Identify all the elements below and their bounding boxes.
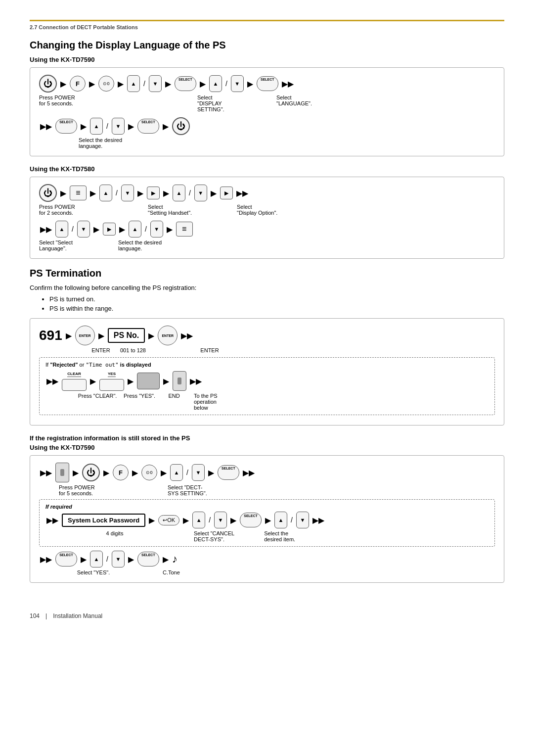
ps-list-item-2: PS is within the range. — [49, 305, 504, 312]
press-yes-label: Press "YES". — [120, 393, 159, 399]
nav7580-up-3[interactable]: ▲ — [55, 221, 68, 237]
kx-td7590-diagram: ⏻ ▶ F ▶ ⊙0 ▶ ▲ / ▼ ▶ SELECT — [30, 67, 504, 156]
double-arrow-1: ▶▶ — [282, 79, 294, 89]
ok-btn[interactable]: ↩OK — [158, 515, 179, 525]
slash7580-1: / — [116, 189, 118, 197]
power-button[interactable]: ⏻ — [39, 75, 57, 93]
enter-label-2: ENTER — [192, 347, 227, 353]
nav7580-down-4[interactable]: ▼ — [150, 221, 163, 237]
power-button-7580[interactable]: ⏻ — [39, 184, 57, 202]
select-display-label: Select — [197, 94, 247, 100]
minus0-key-reg[interactable]: ⊙0 — [141, 465, 157, 480]
arrow2: ▶ — [89, 79, 95, 89]
double-arrow-reg-4: ▶▶ — [312, 516, 324, 525]
f-key[interactable]: F — [70, 76, 86, 92]
ps-no-text: PS No. — [114, 331, 139, 340]
nav-reg-up-2[interactable]: ▲ — [192, 512, 205, 528]
play-btn-7580[interactable]: ▶ — [147, 187, 160, 199]
arrow3: ▶ — [118, 79, 124, 89]
rejected-row: ▶▶ CLEAR ▶ YES ▶ ▶ — [45, 371, 489, 391]
nav-reg-down-3[interactable]: ▼ — [296, 512, 309, 528]
nav7580-down-2[interactable]: ▼ — [194, 185, 207, 201]
press-power-label: Press POWER — [39, 94, 84, 100]
power-btn-reg[interactable]: ⏻ — [82, 464, 100, 481]
registration-stored-diagram: ▶▶ ▶ ⏻ ▶ F ▶ ⊙0 ▶ ▲ / ▼ — [30, 455, 504, 583]
end-box — [137, 373, 160, 389]
select-btn-1[interactable]: SELECT — [175, 76, 196, 91]
arrow-clear: ▶ — [90, 377, 96, 386]
slash3: / — [106, 122, 108, 130]
clear-key-wrap: CLEAR — [62, 372, 87, 391]
setting-handset-7580: "Setting Handset". — [148, 210, 207, 216]
handset-shape-reg — [60, 469, 64, 476]
minus0-key[interactable]: ⊙0 — [98, 76, 114, 92]
ps-no-label: PS No. — [108, 328, 145, 343]
double-arrow-ps: ▶▶ — [190, 377, 202, 386]
enter-btn-2[interactable]: ENTER — [158, 326, 178, 345]
arrow-yes: ▶ — [128, 377, 134, 386]
nav-reg-up-3[interactable]: ▲ — [274, 512, 287, 528]
select-btn-2[interactable]: SELECT — [257, 76, 278, 91]
nav7580-up[interactable]: ▲ — [99, 185, 112, 201]
arrow7580-3: ▶ — [137, 189, 143, 198]
select-btn-reg-3[interactable]: SELECT — [55, 552, 77, 567]
play-btn-7580-2[interactable]: ▶ — [220, 187, 233, 199]
press-power-7580: Press POWER — [39, 204, 84, 210]
end-power-icon: ⏻ — [177, 121, 185, 132]
select-btn-4[interactable]: SELECT — [137, 119, 159, 134]
select-btn-3[interactable]: SELECT — [55, 119, 77, 134]
play-btn-7580-3[interactable]: ▶ — [103, 223, 116, 236]
nav-down-2[interactable]: ▼ — [231, 75, 244, 92]
arrow-reg-6: ▶ — [149, 516, 155, 525]
select-btn-reg-4[interactable]: SELECT — [137, 552, 159, 567]
press-clear-label: Press "CLEAR". — [75, 393, 120, 399]
select-btn-reg-2[interactable]: SELECT — [240, 513, 262, 527]
nav7580-down-3[interactable]: ▼ — [77, 221, 90, 237]
menu-btn-7580[interactable]: ≡ — [70, 186, 87, 200]
page: 2.7 Connection of DECT Portable Stations… — [0, 0, 534, 756]
slash-reg-1: / — [186, 469, 188, 476]
arrow5: ▶ — [200, 79, 206, 89]
f-key-reg[interactable]: F — [113, 465, 129, 480]
arrow7580-5: ▶ — [211, 189, 217, 198]
nav-reg-down[interactable]: ▼ — [192, 464, 205, 481]
menu-btn-7580-2[interactable]: ≡ — [176, 222, 193, 236]
nav-reg-up-4[interactable]: ▲ — [90, 551, 103, 567]
display-option-7580: "Display Option". — [237, 210, 286, 216]
reg-row3: ▶▶ SELECT ▶ ▲ / ▼ ▶ SELECT ▶ — [39, 551, 495, 567]
nav7580-up-2[interactable]: ▲ — [173, 185, 185, 201]
nav-up-2[interactable]: ▲ — [209, 75, 222, 92]
arrow7: ▶ — [81, 122, 87, 131]
end-power-button[interactable]: ⏻ — [172, 117, 190, 135]
enter-label-1: ENTER — [84, 347, 118, 353]
select-select-language: Select "Select — [39, 239, 79, 245]
nav-reg-up[interactable]: ▲ — [170, 464, 183, 481]
select-btn-reg-1[interactable]: SELECT — [218, 465, 239, 480]
arrow4: ▶ — [165, 79, 171, 89]
kx-td7590-row1: ⏻ ▶ F ▶ ⊙0 ▶ ▲ / ▼ ▶ SELECT — [39, 75, 495, 93]
ps-termination-row1: 691 ▶ ENTER ▶ PS No. ▶ ENTER ▶▶ — [39, 326, 495, 345]
slash2: / — [225, 80, 227, 88]
clear-btn[interactable] — [62, 379, 87, 391]
nav-up-3[interactable]: ▲ — [90, 118, 103, 135]
yes-btn[interactable] — [99, 379, 124, 391]
select-body-3 — [62, 125, 71, 131]
nav-reg-down-2[interactable]: ▼ — [214, 512, 227, 528]
nav7580-down[interactable]: ▼ — [121, 185, 134, 201]
arrow-691-1: ▶ — [66, 331, 72, 340]
select-desired-label: Select the desired — [79, 137, 495, 143]
slash7580-4: / — [145, 225, 147, 233]
select-dect-label: Select "DECT- — [168, 484, 267, 490]
nav7580-up-4[interactable]: ▲ — [129, 221, 141, 237]
arrow-reg-2: ▶ — [103, 468, 109, 477]
arrow7580-2: ▶ — [90, 189, 96, 198]
double-arrow-7580-1: ▶▶ — [236, 189, 248, 198]
nav-reg-down-4[interactable]: ▼ — [112, 551, 125, 567]
enter-btn-1[interactable]: ENTER — [75, 326, 95, 345]
nav-down-3[interactable]: ▼ — [112, 118, 125, 135]
nav-down[interactable]: ▼ — [149, 75, 162, 92]
select-language-label: Select — [276, 94, 316, 100]
language-label-7580: Language". — [39, 245, 79, 251]
footer-page-number: 104 — [30, 613, 40, 619]
nav-up[interactable]: ▲ — [127, 75, 140, 92]
